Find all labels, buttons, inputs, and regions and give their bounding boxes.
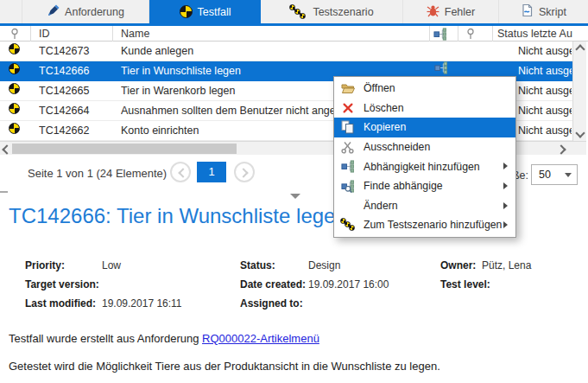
- row-id: TC142673: [39, 41, 110, 61]
- chevron-down-icon: [565, 173, 572, 177]
- menu-item-label: Löschen: [364, 102, 404, 114]
- scroll-left-icon[interactable]: [2, 144, 11, 154]
- field-value: 19.09.2017 16:11: [102, 297, 182, 310]
- testcase-icon: [180, 5, 193, 18]
- script-icon: [521, 3, 534, 20]
- menu-item-kopieren[interactable]: Kopieren: [334, 118, 515, 137]
- scroll-up-icon[interactable]: [575, 44, 585, 54]
- menu-item-abhaengigkeit-hinzufuegen[interactable]: Abhängigkeit hinzufügen: [334, 156, 515, 176]
- submenu-arrow-icon: [503, 163, 508, 169]
- testscenario-icon: [289, 4, 307, 19]
- previous-page-button[interactable]: [170, 162, 191, 182]
- field-value: Design: [308, 259, 340, 271]
- splitter-handle[interactable]: [0, 191, 8, 193]
- menu-item-oeffnen[interactable]: Öffnen: [334, 79, 515, 99]
- cut-icon: [340, 141, 355, 154]
- scrollbar-thumb[interactable]: [12, 144, 237, 154]
- find-dependents-icon: [340, 180, 355, 193]
- submenu-arrow-icon: [503, 182, 508, 189]
- row-name: Kunde anlegen: [121, 41, 427, 61]
- menu-item-label: Abhängigkeit hinzufügen: [364, 161, 480, 173]
- menu-item-label: Kopieren: [364, 121, 406, 133]
- menu-item-zum-testszenario-hinzufuegen[interactable]: Zum Testszenario hinzufügen: [334, 215, 515, 235]
- tab-fehler[interactable]: Fehler: [403, 0, 499, 23]
- tab-label: Skript: [539, 6, 566, 18]
- menu-item-loeschen[interactable]: Löschen: [334, 99, 515, 118]
- testcase-icon: [9, 121, 20, 140]
- scroll-down-icon[interactable]: [575, 128, 585, 137]
- field-label: Last modified:: [25, 294, 102, 313]
- detail-fields-column-3: Owner:Pütz, Lena Test level:: [440, 256, 531, 294]
- field-value: 19.09.2017 16:00: [308, 278, 389, 290]
- field-label: Priority:: [25, 256, 102, 275]
- field-label: Target version:: [25, 275, 102, 294]
- testcase-icon: [9, 81, 20, 100]
- description-line-1: Testfall wurde erstellt aus Anforderung …: [9, 332, 319, 345]
- menu-item-label: Öffnen: [364, 82, 395, 94]
- detail-fields-column-2: Status:Design Date created:19.09.2017 16…: [240, 256, 389, 313]
- field-label: Owner:: [440, 256, 478, 275]
- tab-testszenario[interactable]: Testszenario: [261, 0, 403, 23]
- bug-icon: [427, 4, 439, 20]
- page-size-value: 50: [539, 165, 551, 184]
- menu-item-label: Finde abhängige: [364, 180, 443, 192]
- testcase-icon: [9, 101, 20, 120]
- open-folder-icon: [340, 82, 355, 94]
- row-status: Nicht ausge: [518, 61, 572, 80]
- tab-skript[interactable]: Skript: [499, 0, 588, 23]
- row-id: TC142666: [39, 61, 110, 80]
- next-page-button[interactable]: [234, 162, 255, 182]
- row-status: Nicht ausge: [518, 41, 572, 61]
- chevron-right-icon: [238, 168, 248, 177]
- menu-item-ausschneiden[interactable]: Ausschneiden: [334, 137, 515, 157]
- requirement-link[interactable]: RQ000022-Artikelmenü: [202, 332, 319, 345]
- field-label: Assigned to:: [240, 294, 308, 313]
- vertical-scrollbar[interactable]: [572, 41, 586, 141]
- field-label: Date created:: [240, 275, 308, 294]
- menu-item-label: Ändern: [364, 200, 398, 212]
- delete-icon: [340, 102, 355, 114]
- column-header-status[interactable]: Status letzte Au: [497, 27, 587, 41]
- tab-label: Anforderung: [65, 6, 124, 18]
- pin-icon[interactable]: [465, 28, 476, 40]
- test-management-window: Anforderung Testfall Testszenario Fehler…: [0, 0, 588, 383]
- tab-anforderung[interactable]: Anforderung: [22, 0, 149, 23]
- tab-bar-spacer: [0, 0, 22, 23]
- row-id: TC142665: [39, 81, 110, 100]
- row-id: TC142664: [39, 101, 110, 120]
- tab-bar: Anforderung Testfall Testszenario Fehler…: [0, 0, 588, 23]
- current-page-button[interactable]: 1: [197, 162, 226, 182]
- menu-item-label: Zum Testszenario hinzufügen: [364, 219, 502, 231]
- field-value: Pütz, Lena: [482, 259, 531, 271]
- scroll-right-icon[interactable]: [556, 144, 566, 154]
- column-header-id[interactable]: ID: [39, 27, 50, 41]
- tab-label: Fehler: [445, 6, 475, 18]
- pagination-summary: Seite 1 von 1 (24 Elemente): [28, 167, 167, 180]
- dependency-icon[interactable]: [433, 28, 446, 41]
- table-row[interactable]: TC142673 Kunde anlegen Nicht ausge: [0, 41, 572, 61]
- description-text: Testfall wurde erstellt aus Anforderung: [9, 332, 202, 345]
- row-status: Nicht ausge: [518, 81, 572, 100]
- submenu-arrow-icon: [503, 221, 508, 228]
- testcase-icon: [9, 61, 20, 80]
- copy-icon: [340, 120, 355, 134]
- menu-item-finde-abhaengige[interactable]: Finde abhängige: [334, 176, 515, 196]
- row-id: TC142662: [39, 121, 110, 140]
- row-status: Nicht ausge: [518, 121, 572, 140]
- field-value: Low: [102, 259, 121, 271]
- collapse-panel-icon[interactable]: [290, 194, 300, 199]
- context-menu: Öffnen Löschen Kopieren Ausschneiden Abh…: [333, 76, 516, 238]
- tab-testfall[interactable]: Testfall: [149, 0, 261, 23]
- testscenario-icon: [340, 218, 355, 232]
- add-dependency-icon: [340, 160, 355, 173]
- page-size-select[interactable]: 50: [531, 164, 578, 185]
- pin-icon[interactable]: [9, 28, 20, 40]
- tab-label: Testszenario: [313, 6, 373, 18]
- menu-item-aendern[interactable]: Ändern: [334, 196, 515, 216]
- tab-label: Testfall: [198, 6, 231, 18]
- chevron-left-icon: [178, 168, 187, 177]
- column-header-name[interactable]: Name: [121, 27, 149, 41]
- menu-item-label: Ausschneiden: [364, 141, 430, 153]
- testcase-icon: [9, 41, 20, 61]
- submenu-arrow-icon: [503, 202, 508, 209]
